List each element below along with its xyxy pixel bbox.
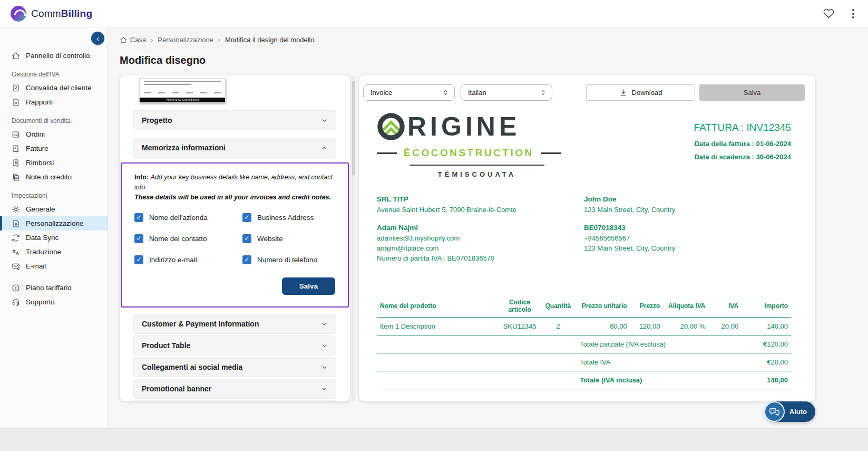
file-gear-icon xyxy=(12,219,20,228)
sidebar-item-pricing-plan[interactable]: € Piano tariffario xyxy=(0,281,108,295)
logo-wordmark: RIGINE xyxy=(407,113,520,140)
column-header: Codice articolo xyxy=(500,295,540,318)
checkbox-input[interactable]: ✓ xyxy=(134,255,143,264)
receipt-euro-icon: € xyxy=(12,145,20,153)
seller-website: adamtest93.myshopify.com xyxy=(377,234,584,244)
cell-price: 120,00 xyxy=(630,318,664,335)
seller-company: SRL TITP xyxy=(377,195,584,203)
store-info-help-text-2: These details will be used in all your i… xyxy=(134,193,335,203)
panel-scrollbar-thumb[interactable] xyxy=(352,81,355,176)
download-button[interactable]: Download xyxy=(586,84,695,101)
store-info-save-button[interactable]: Salva xyxy=(282,277,335,295)
preview-save-button[interactable]: Salva xyxy=(699,84,805,101)
checkbox-input[interactable]: ✓ xyxy=(134,234,143,243)
breadcrumb-current: Modifica il design del modello xyxy=(225,36,315,44)
sidebar-item-label: Supporto xyxy=(26,298,55,306)
template-thumbnail[interactable]: Powered by CommBilling xyxy=(139,78,226,103)
sidebar-item-translation[interactable]: Traduzione xyxy=(0,245,108,259)
dash-decoration xyxy=(541,152,561,154)
store-info-help-text: Info: Add your key business details like… xyxy=(134,172,335,193)
sidebar-item-personalization[interactable]: Personalizzazione xyxy=(0,216,108,231)
brand-logo[interactable]: CommBilling xyxy=(11,6,92,22)
store-info-panel: Info: Add your key business details like… xyxy=(121,162,349,308)
accordion-promotional-banner[interactable]: Promotional banner xyxy=(133,379,336,399)
accordion-social-links[interactable]: Collegamenti ai social media xyxy=(133,357,336,377)
sidebar-item-label: Traduzione xyxy=(26,248,61,256)
checkbox-business-address: ✓ Business Address xyxy=(242,213,335,222)
invoice-date: Data della fattura : 01-06-2024 xyxy=(694,140,791,148)
thumbnail-footer: Powered by CommBilling xyxy=(140,98,225,102)
seller-address: Avenue Saint Hubert 5, 7090 Braine-le-Co… xyxy=(377,205,584,215)
invoice-meta: FATTURA : INV12345 Data della fattura : … xyxy=(694,112,791,178)
svg-text:€: € xyxy=(14,285,16,290)
column-header: Prezzo xyxy=(630,295,664,318)
total-row-subtotal: Totale parziale (IVA esclusa) €120,00 xyxy=(377,335,791,353)
help-button[interactable]: Aiuto xyxy=(765,401,815,422)
accordion-project[interactable]: Progetto xyxy=(133,110,336,130)
checkbox-input[interactable]: ✓ xyxy=(242,234,251,243)
document-type-select[interactable]: Invoice xyxy=(363,84,455,101)
overflow-menu-button[interactable] xyxy=(849,8,857,20)
breadcrumb-home[interactable]: Casa xyxy=(120,36,146,44)
checkbox-input[interactable]: ✓ xyxy=(134,213,143,222)
total-value: €20,00 xyxy=(742,353,791,371)
chevron-down-icon xyxy=(321,364,328,371)
sidebar-item-label: Fatture xyxy=(26,145,48,152)
sidebar-item-email[interactable]: E-mail xyxy=(0,259,108,273)
logo-subtitle-row: ÉCOCONSTRUCTION xyxy=(377,147,577,159)
sidebar-section-settings: Impostazioni xyxy=(0,184,108,202)
total-value: €120,00 xyxy=(742,335,791,353)
panel-scrollbar-track xyxy=(352,75,355,401)
breadcrumb-separator: › xyxy=(218,36,220,44)
heart-icon xyxy=(823,8,834,19)
accordion-terms-conditions[interactable]: Termini e condizioni e testo libero xyxy=(133,400,336,401)
invoice-number: FATTURA : INV12345 xyxy=(694,122,791,133)
total-row-grand-total: Totale (IVA inclusa) 140,00 xyxy=(377,371,791,389)
sidebar-item-customer-validation[interactable]: Convalida del cliente xyxy=(0,81,108,95)
sidebar-item-credit-notes[interactable]: Note di credito xyxy=(0,170,108,184)
sidebar-item-label: Ordini xyxy=(26,130,45,138)
column-header: Quantità xyxy=(540,295,577,318)
chevron-down-icon xyxy=(321,321,328,328)
sidebar-item-label: Piano tariffario xyxy=(26,284,72,292)
sidebar-item-refunds[interactable]: Rimborsi xyxy=(0,156,108,170)
customer-address: 123 Main Street, City, Country xyxy=(584,205,791,215)
breadcrumb-personalization[interactable]: Personalizzazione xyxy=(158,36,213,44)
cell-unit-price: 60,00 xyxy=(577,318,630,335)
euro-circle-icon: € xyxy=(12,284,20,292)
app-window: CommBilling ‹ Pannello di controllo Gest… xyxy=(0,0,868,451)
customer-info: John Doe 123 Main Street, City, Country … xyxy=(584,195,791,272)
sidebar-collapse-button[interactable]: ‹ xyxy=(91,32,104,45)
accordion-store-info[interactable]: Memorizza informazioni xyxy=(133,138,336,158)
top-header: CommBilling xyxy=(0,0,868,27)
sidebar-item-dashboard[interactable]: Pannello di controllo xyxy=(0,49,108,63)
favorites-button[interactable] xyxy=(823,8,834,19)
brand-logo-icon xyxy=(11,6,26,22)
accordion-customer-payment[interactable]: Customer & Payment Information xyxy=(133,314,336,334)
checkbox-input[interactable]: ✓ xyxy=(242,255,251,264)
home-icon xyxy=(120,36,127,44)
checkbox-contact-name: ✓ Nome del contatto xyxy=(134,234,242,243)
checkbox-website: ✓ Website xyxy=(242,234,335,243)
invoice-logo: RIGINE ÉCOCONSTRUCTION TÉMISCOUATA xyxy=(377,112,577,178)
sidebar-item-data-sync[interactable]: Data Sync xyxy=(0,231,108,245)
cell-amount: 140,00 xyxy=(742,318,791,335)
sidebar-item-invoices[interactable]: € Fatture xyxy=(0,141,108,156)
seller-email: anajmi@itplace.com xyxy=(377,244,584,254)
customer-name: John Doe xyxy=(584,195,791,203)
sidebar-item-support[interactable]: Supporto xyxy=(0,295,108,309)
sidebar-item-label: E-mail xyxy=(26,262,46,270)
page-title: Modifica disegno xyxy=(120,54,868,66)
accordion-product-table[interactable]: Product Table xyxy=(133,335,336,356)
customization-panel: Powered by CommBilling Progetto Memorizz… xyxy=(120,75,350,401)
sidebar-item-reports[interactable]: Rapporti xyxy=(0,95,108,109)
sidebar-item-general[interactable]: Generale xyxy=(0,202,108,216)
chat-bubbles-icon xyxy=(764,401,785,422)
logo-underline xyxy=(409,165,544,166)
language-select[interactable]: Italian xyxy=(461,84,552,101)
checkbox-input[interactable]: ✓ xyxy=(242,213,251,222)
select-stepper-icon xyxy=(442,89,449,96)
sidebar-item-label: Personalizzazione xyxy=(26,219,84,227)
sidebar-item-label: Data Sync xyxy=(26,234,58,242)
sidebar-item-orders[interactable]: Ordini xyxy=(0,127,108,141)
